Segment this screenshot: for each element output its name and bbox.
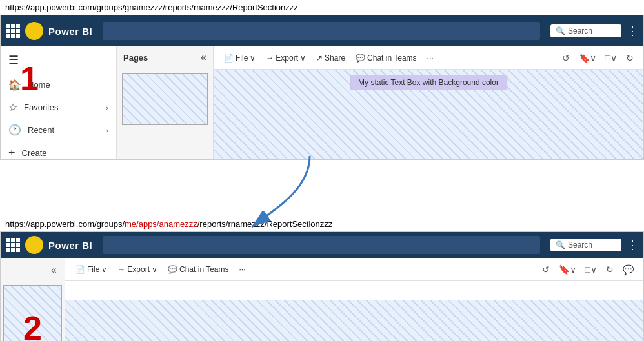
sidebar-home-label: Home (28, 80, 108, 90)
export-btn-top[interactable]: → Export ∨ (262, 52, 310, 64)
file-label-bottom: File (87, 265, 99, 274)
pages-header: Pages « (117, 46, 213, 68)
chat-teams-label-top: Chat in Teams (367, 54, 416, 63)
view-btn-bottom[interactable]: □∨ (582, 262, 600, 277)
sidebar-recent-label: Recent (28, 125, 99, 135)
header-more-bottom[interactable]: ⋮ (627, 238, 638, 252)
refresh-btn-top[interactable]: ↻ (623, 51, 637, 65)
sidebar-favorites-label: Favorites (24, 102, 99, 112)
file-label-top: File (236, 54, 248, 63)
more-icon-bottom: ··· (239, 265, 246, 274)
search-icon-top: 🔍 (556, 26, 565, 35)
export-label-top: Export (276, 54, 298, 63)
canvas-main-bottom (65, 300, 643, 341)
file-btn-top[interactable]: 📄 File ∨ (220, 52, 259, 64)
svg-rect-1 (33, 28, 35, 35)
toolbar-right-top: ↺ 🔖∨ □∨ ↻ (559, 51, 637, 65)
grid-icon-top[interactable] (6, 24, 20, 38)
search-box-bottom[interactable]: 🔍 Search (550, 239, 621, 251)
bottom-number: 2 (23, 309, 42, 341)
teams-icon-bottom: 💬 (168, 265, 177, 274)
more-icon-top: ··· (427, 54, 434, 63)
svg-rect-5 (33, 242, 35, 249)
refresh-btn-bottom[interactable]: ↻ (603, 262, 617, 277)
svg-rect-0 (30, 30, 32, 35)
canvas-top-strip (65, 281, 643, 300)
recent-icon: 🕐 (8, 124, 21, 136)
chat-teams-btn-top[interactable]: 💬 Chat in Teams (352, 52, 420, 64)
powerbi-title-bottom: Power BI (48, 240, 92, 251)
search-label-bottom: Search (568, 240, 592, 249)
pages-title: Pages (123, 53, 148, 63)
file-icon-top: 📄 (224, 54, 234, 63)
toolbar-right-bottom: ↺ 🔖∨ □∨ ↻ 💬 (539, 262, 637, 277)
report-canvas-bottom: 📄 File ∨ → Export ∨ 💬 Chat in Teams (65, 258, 643, 341)
sidebar-item-favorites[interactable]: ☆ Favorites › (1, 96, 116, 119)
chat-teams-label-bottom: Chat in Teams (179, 265, 228, 274)
undo-btn-bottom[interactable]: ↺ (539, 262, 553, 277)
header-more-top[interactable]: ⋮ (627, 24, 638, 38)
favorites-chevron: › (106, 104, 108, 112)
file-icon-bottom: 📄 (75, 265, 85, 274)
text-box-label: My static Text Box with Background color (350, 75, 507, 90)
powerbi-title-top: Power BI (48, 26, 92, 37)
more-btn-top[interactable]: ··· (423, 52, 438, 64)
toolbar-top: 📄 File ∨ → Export ∨ ↗ Share 💬 (214, 46, 643, 70)
recent-chevron: › (106, 126, 108, 134)
page-thumbnail-1[interactable] (122, 73, 208, 125)
file-chevron-top: ∨ (250, 54, 256, 63)
search-icon-bottom: 🔍 (556, 240, 565, 249)
canvas-bottom-inner (65, 281, 643, 341)
export-label-bottom: Export (127, 265, 150, 274)
grid-icon-bottom[interactable] (6, 238, 20, 252)
file-btn-bottom[interactable]: 📄 File ∨ (72, 263, 111, 276)
bookmark-btn-bottom[interactable]: 🔖∨ (556, 262, 579, 277)
share-btn-top[interactable]: ↗ Share (312, 52, 349, 64)
more-btn-bottom[interactable]: ··· (236, 263, 250, 276)
teams-icon-top: 💬 (356, 54, 365, 63)
share-label-top: Share (325, 54, 345, 63)
page-wrapper: https://app.powerbi.com/groups/gnamezzz/… (0, 0, 644, 341)
home-icon: 🏠 (8, 79, 21, 91)
export-btn-bottom[interactable]: → Export ∨ (114, 263, 161, 276)
pages-collapse-btn-bottom[interactable]: « (46, 260, 62, 280)
share-icon-top: ↗ (316, 54, 323, 63)
chat-teams-btn-bottom[interactable]: 💬 Chat in Teams (164, 263, 232, 276)
svg-rect-6 (36, 241, 39, 249)
pages-panel-bottom: « 2 (1, 258, 65, 341)
curved-arrow-svg (0, 137, 387, 240)
top-url-text: https://app.powerbi.com/groups/gnamezzz/… (5, 3, 298, 12)
top-url-bar: https://app.powerbi.com/groups/gnamezzz/… (0, 0, 644, 15)
undo-btn-top[interactable]: ↺ (559, 51, 573, 65)
bookmark-btn-top[interactable]: 🔖∨ (576, 51, 599, 65)
favorites-icon: ☆ (8, 101, 17, 113)
sidebar-toggle-top[interactable]: ☰ (1, 46, 116, 73)
export-chevron-top: ∨ (300, 54, 306, 63)
export-icon-top: → (266, 54, 274, 63)
svg-rect-2 (36, 26, 39, 35)
svg-rect-4 (30, 244, 33, 249)
arrow-section (0, 162, 644, 214)
section-bottom: Power BI 🔍 Search ⋮ « 2 (0, 231, 644, 341)
comment-btn-bottom[interactable]: 💬 (619, 262, 637, 277)
search-box-top[interactable]: 🔍 Search (550, 24, 621, 37)
page-thumbnail-bottom[interactable]: 2 (3, 285, 62, 341)
toolbar-bottom: 📄 File ∨ → Export ∨ 💬 Chat in Teams (65, 258, 643, 281)
powerbi-logo-top (25, 22, 43, 40)
search-label-top: Search (568, 26, 592, 35)
export-icon-bottom: → (117, 265, 125, 274)
export-chevron-bottom: ∨ (152, 265, 157, 274)
file-chevron-bottom: ∨ (101, 265, 107, 274)
top-header: Power BI 🔍 Search ⋮ (1, 15, 643, 46)
view-btn-top[interactable]: □∨ (602, 51, 620, 65)
header-center-bar-top (103, 22, 540, 40)
pages-collapse-btn[interactable]: « (201, 52, 206, 63)
main-layout-bottom: « 2 📄 File ∨ → Export (1, 258, 643, 341)
sidebar-item-home[interactable]: 🏠 Home 1 (1, 73, 116, 96)
